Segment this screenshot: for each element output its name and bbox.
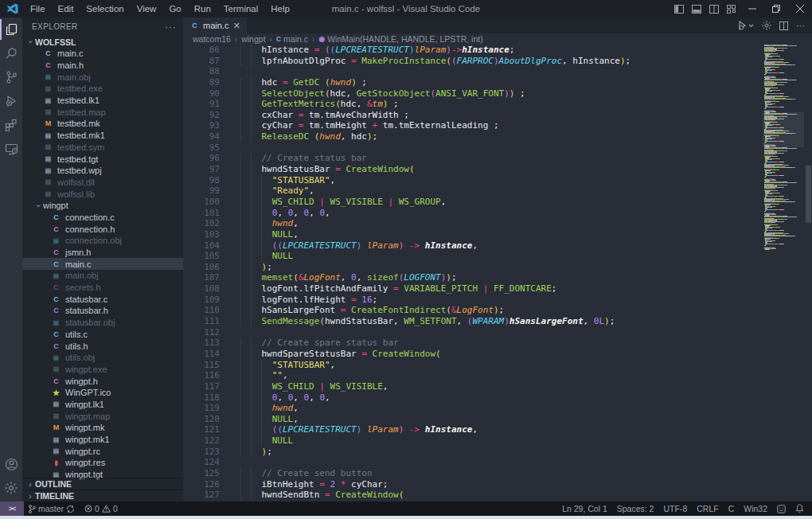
file-item-testbed.wpj[interactable]: ▤testbed.wpj xyxy=(22,165,183,177)
split-editor-icon[interactable] xyxy=(779,21,788,30)
code-line-91[interactable]: 91 GetTextMetrics(hdc, &tm) ; xyxy=(183,99,812,110)
eol-setting[interactable]: CRLF xyxy=(692,501,723,516)
section-timeline[interactable]: ›TIMELINE xyxy=(22,490,183,501)
file-item-connection.h[interactable]: Cconnection.h xyxy=(22,223,183,235)
code-line-122[interactable]: 122 NULL xyxy=(183,435,812,447)
line-number[interactable]: 119 xyxy=(183,403,220,414)
file-item-wingpt.lk1[interactable]: ▤wingpt.lk1 xyxy=(22,399,183,411)
line-number[interactable]: 96 xyxy=(183,153,220,164)
git-branch-status[interactable]: master xyxy=(24,501,80,516)
line-number[interactable]: 102 xyxy=(183,218,220,229)
file-item-wingpt.mk1[interactable]: ▤wingpt.mk1 xyxy=(22,434,183,446)
line-number[interactable]: 107 xyxy=(183,272,220,283)
file-item-wolfssl.dll[interactable]: ▤wolfssl.dll xyxy=(22,177,183,189)
file-item-wingpt.mk[interactable]: Mwingpt.mk xyxy=(22,422,183,434)
remote-explorer-icon[interactable] xyxy=(0,137,22,161)
line-number[interactable]: 112 xyxy=(183,327,220,338)
line-number[interactable]: 111 xyxy=(183,316,220,327)
file-item-wingpt.rc[interactable]: ▤wingpt.rc xyxy=(22,445,183,457)
code-line-107[interactable]: 107 memset(&LogFont, 0, sizeof(LOGFONT))… xyxy=(183,272,812,283)
code-line-97[interactable]: 97 hwndStatusBar = CreateWindow( xyxy=(183,164,812,175)
line-number[interactable]: 95 xyxy=(183,142,220,154)
breadcrumb-item[interactable]: watcom16 xyxy=(193,34,231,44)
run-or-debug-icon[interactable] xyxy=(738,21,754,30)
code-line-115[interactable]: 115 "STATUSBAR", xyxy=(183,360,812,371)
code-line-96[interactable]: 96 // Create status bar xyxy=(183,153,812,164)
menu-edit[interactable]: Edit xyxy=(52,0,80,18)
line-number[interactable]: 89 xyxy=(183,77,220,88)
line-number[interactable]: 109 xyxy=(183,295,220,306)
section-outline[interactable]: ›OUTLINE xyxy=(22,478,183,490)
code-line-100[interactable]: 100 WS_CHILD | WS_VISIBLE | WS_GROUP, xyxy=(183,197,812,208)
line-number[interactable]: 103 xyxy=(183,229,220,240)
code-line-99[interactable]: 99 "Ready", xyxy=(183,185,812,197)
line-number[interactable]: 120 xyxy=(183,414,220,425)
menu-terminal[interactable]: Terminal xyxy=(217,0,264,18)
code-line-109[interactable]: 109 logFont.lfHeight = 16; xyxy=(183,295,812,306)
code-line-87[interactable]: 87 lpfnAboutDlgProc = MakeProcInstance((… xyxy=(183,56,812,67)
line-number[interactable]: 116 xyxy=(183,370,220,381)
menu-help[interactable]: Help xyxy=(264,0,296,18)
menu-run[interactable]: Run xyxy=(188,0,217,18)
code-line-89[interactable]: 89 hdc = GetDC (hwnd) ; xyxy=(183,77,812,88)
code-line-98[interactable]: 98 "STATUSBAR", xyxy=(183,175,812,186)
gear-icon[interactable] xyxy=(762,21,771,30)
explorer-more-actions[interactable]: ··· xyxy=(165,21,177,33)
code-line-119[interactable]: 119 hwnd, xyxy=(183,403,812,414)
remote-indicator[interactable]: >< xyxy=(0,501,24,516)
customize-layout-icon[interactable] xyxy=(723,0,740,18)
file-item-statusbar.c[interactable]: Cstatusbar.c xyxy=(22,293,183,305)
code-line-103[interactable]: 103 NULL, xyxy=(183,229,812,240)
file-item-main.c[interactable]: Cmain.c xyxy=(22,48,183,60)
line-number[interactable]: 91 xyxy=(183,99,220,110)
line-number[interactable]: 88 xyxy=(183,66,220,77)
code-line-112[interactable]: 112 xyxy=(183,327,812,338)
menu-file[interactable]: File xyxy=(24,0,52,18)
line-number[interactable]: 126 xyxy=(183,479,220,490)
file-item-utils.h[interactable]: Cutils.h xyxy=(22,340,183,352)
code-line-93[interactable]: 93 cyChar = tm.tmHeight + tm.tmExternalL… xyxy=(183,120,812,131)
toggle-sidebar-icon[interactable] xyxy=(670,0,688,18)
code-line-90[interactable]: 90 SelectObject(hdc, GetStockObject(ANSI… xyxy=(183,88,812,100)
source-control-icon[interactable] xyxy=(0,65,22,89)
line-number[interactable]: 114 xyxy=(183,349,220,360)
menu-selection[interactable]: Selection xyxy=(80,0,130,18)
code-line-88[interactable]: 88 xyxy=(183,66,812,77)
code-line-125[interactable]: 125 // Create send button xyxy=(183,468,812,479)
line-number[interactable]: 122 xyxy=(183,435,220,447)
code-editor[interactable]: 86 hInstance = ((LPCREATESTRUCT)lParam)-… xyxy=(183,45,812,501)
line-number[interactable]: 118 xyxy=(183,392,220,404)
file-item-secrets.h[interactable]: Csecrets.h xyxy=(22,282,183,294)
code-line-114[interactable]: 114 hwndSpareStatusBar = CreateWindow( xyxy=(183,349,812,360)
line-number[interactable]: 105 xyxy=(183,251,220,262)
file-item-wingpt.map[interactable]: ▤wingpt.map xyxy=(22,410,183,422)
file-item-testbed.mk1[interactable]: ▤testbed.mk1 xyxy=(22,130,183,142)
file-item-main.h[interactable]: Cmain.h xyxy=(22,60,183,72)
tab-main-c[interactable]: C main.c ✕ xyxy=(183,18,247,33)
line-number[interactable]: 99 xyxy=(183,185,220,197)
line-number[interactable]: 93 xyxy=(183,120,220,131)
file-item-testbed.lk1[interactable]: ▤testbed.lk1 xyxy=(22,95,183,107)
file-item-utils.c[interactable]: Cutils.c xyxy=(22,329,183,341)
line-number[interactable]: 100 xyxy=(183,197,220,208)
file-item-main.c[interactable]: Cmain.c xyxy=(22,258,183,270)
minimize-button[interactable] xyxy=(740,0,764,18)
code-line-102[interactable]: 102 hwnd, xyxy=(183,218,812,229)
extensions-icon[interactable] xyxy=(0,113,22,137)
file-item-testbed.map[interactable]: ▤testbed.map xyxy=(22,106,183,118)
line-number[interactable]: 123 xyxy=(183,447,220,458)
breadcrumb-item[interactable]: ◉WinMain(HANDLE, HANDLE, LPSTR, int) xyxy=(318,34,482,44)
language-mode[interactable]: C xyxy=(724,501,740,516)
scrollbar-thumb[interactable] xyxy=(806,166,811,223)
settings-icon[interactable] xyxy=(0,476,22,500)
code-line-124[interactable]: 124 xyxy=(183,457,812,468)
encoding-setting[interactable]: UTF-8 xyxy=(658,501,692,516)
code-line-113[interactable]: 113 // Create spare status bar xyxy=(183,338,812,349)
editor-scrollbar[interactable] xyxy=(805,45,812,501)
code-line-118[interactable]: 118 0, 0, 0, 0, xyxy=(183,392,812,404)
file-item-statusbar.h[interactable]: Cstatusbar.h xyxy=(22,305,183,317)
more-actions-icon[interactable]: ⋯ xyxy=(796,21,806,31)
breadcrumb-item[interactable]: wingpt xyxy=(241,34,265,44)
file-item-main.obj[interactable]: ▣main.obj xyxy=(22,270,183,282)
code-line-94[interactable]: 94 ReleaseDC (hwnd, hdc); xyxy=(183,131,812,142)
